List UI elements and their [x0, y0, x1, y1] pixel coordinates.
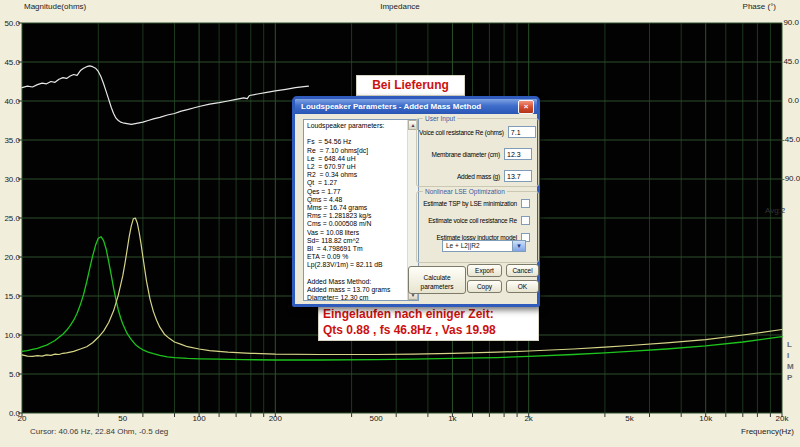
magnitude-tick-label: 10.0: [0, 331, 20, 340]
magnitude-tick-label: 45.0: [0, 58, 20, 67]
chevron-down-icon[interactable]: ▼: [512, 241, 525, 251]
input-field[interactable]: [508, 126, 536, 138]
annotation-eingelaufen: Eingelaufen nach einiger Zeit: Qts 0.88 …: [318, 304, 539, 341]
magnitude-tick-label: 5.0: [0, 370, 20, 379]
annotation-line2: Qts 0.88 , fs 46.8Hz , Vas 19.98: [323, 322, 534, 338]
user-input-row: Added mass (g): [419, 169, 532, 183]
dialog-title-text: Loudspeaker Parameters - Added Mass Meth…: [301, 102, 481, 111]
input-label: Added mass (g): [419, 173, 500, 180]
annotation-bei-lieferung: Bei Lieferung: [356, 75, 465, 96]
checkbox-row: Estimate TSP by LSE minimization: [419, 198, 530, 208]
magnitude-tick-label: 35.0: [0, 136, 20, 145]
phase-tick-label: 90.0: [782, 18, 799, 27]
chart-title: Impedance: [350, 2, 450, 11]
user-input-row: Membrane diameter (cm): [419, 147, 532, 161]
dropdown-value: Le + L2||R2: [446, 242, 480, 249]
input-label: Voice coil resistance Re (ohms): [419, 129, 504, 136]
phase-tick-label: 45.0: [782, 57, 799, 66]
x-axis-title: Frequency(Hz): [741, 427, 794, 436]
limp-logo-letter: L: [787, 340, 792, 349]
inductor-model-dropdown[interactable]: Le + L2||R2 ▼: [442, 240, 526, 252]
parameters-listbox[interactable]: Loudspeaker parameters: Fs = 54.56 Hz Re…: [303, 119, 419, 301]
lse-optimization-group: Nonlinear LSE Optimization Estimate TSP …: [416, 191, 539, 263]
right-axis-title: Phase (°): [743, 2, 776, 11]
phase-tick-label: 0.0: [782, 96, 799, 105]
magnitude-tick-label: 50.0: [0, 19, 20, 28]
left-axis-title: Magnitude(ohms): [24, 2, 86, 11]
lse-legend: Nonlinear LSE Optimization: [423, 187, 507, 196]
cancel-button[interactable]: Cancel: [506, 264, 539, 277]
cursor-status-text: Cursor: 40.06 Hz, 22.84 Ohm, -0.5 deg: [30, 427, 168, 436]
magnitude-tick-label: 30.0: [0, 175, 20, 184]
dialog-titlebar[interactable]: Loudspeaker Parameters - Added Mass Meth…: [295, 99, 537, 114]
frequency-tick-label: 20k: [762, 414, 800, 423]
magnitude-tick-label: 20.0: [0, 253, 20, 262]
averaging-count-label: Avg:2: [765, 206, 785, 215]
frequency-tick-label: 500: [356, 414, 396, 423]
input-field[interactable]: [504, 170, 532, 182]
loudspeaker-parameters-dialog: Loudspeaker Parameters - Added Mass Meth…: [292, 96, 540, 307]
export-button[interactable]: Export: [467, 264, 502, 277]
checkbox[interactable]: [521, 199, 530, 208]
frequency-tick-label: 1k: [432, 414, 472, 423]
close-icon[interactable]: ×: [518, 100, 534, 114]
user-input-row: Voice coil resistance Re (ohms): [419, 125, 532, 139]
calculate-parameters-button[interactable]: Calculate parameters: [408, 266, 466, 294]
ok-button[interactable]: OK: [506, 280, 539, 293]
user-input-legend: User Input: [423, 114, 457, 123]
calc-button-line2: parameters: [409, 282, 465, 291]
frequency-tick-label: 200: [255, 414, 295, 423]
magnitude-tick-label: 15.0: [0, 292, 20, 301]
checkbox-label: Estimate TSP by LSE minimization: [419, 200, 517, 207]
frequency-tick-label: 5k: [609, 414, 649, 423]
frequency-tick-label: 20: [2, 414, 42, 423]
parameters-text: Loudspeaker parameters: Fs = 54.56 Hz Re…: [307, 122, 407, 301]
frequency-tick-label: 50: [103, 414, 143, 423]
limp-logo-letter: I: [787, 351, 789, 360]
magnitude-tick-label: 25.0: [0, 214, 20, 223]
calc-button-line1: Calculate: [409, 273, 465, 282]
checkbox-row: Estimate voice coil resistance Re: [419, 215, 530, 225]
checkbox[interactable]: [521, 216, 530, 225]
frequency-tick-label: 100: [179, 414, 219, 423]
input-label: Membrane diameter (cm): [419, 151, 500, 158]
frequency-tick-label: 2k: [509, 414, 549, 423]
phase-tick-label: -90.0: [782, 174, 799, 183]
limp-app-window: Magnitude(ohms) Impedance Phase (°) 50.0…: [0, 0, 800, 447]
copy-button[interactable]: Copy: [467, 280, 502, 293]
checkbox-label: Estimate voice coil resistance Re: [419, 217, 517, 224]
annotation-line1: Eingelaufen nach einiger Zeit:: [323, 306, 534, 322]
limp-logo-letter: P: [787, 373, 792, 382]
phase-tick-label: -45.0: [782, 135, 799, 144]
input-field[interactable]: [504, 148, 532, 160]
user-input-group: User Input Voice coil resistance Re (ohm…: [416, 118, 539, 187]
frequency-tick-label: 10k: [686, 414, 726, 423]
magnitude-tick-label: 40.0: [0, 97, 20, 106]
limp-logo-letter: M: [787, 362, 794, 371]
